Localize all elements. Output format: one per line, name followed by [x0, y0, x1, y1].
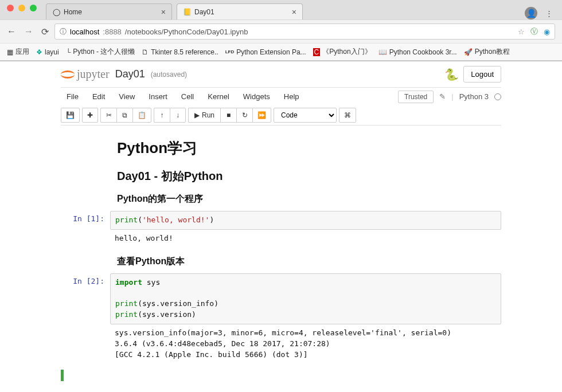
move-up-button[interactable]: ↑: [154, 108, 170, 123]
bookmark-label: Python Cookbook 3r...: [389, 48, 457, 56]
jupyter-header: jupyter Day01 (autosaved) 🐍 Logout: [61, 61, 501, 87]
run-button[interactable]: ▶Run: [188, 108, 220, 123]
bookmark-label: Tkinter 8.5 reference..: [151, 48, 218, 56]
minimize-window-icon[interactable]: [18, 5, 25, 11]
url-input[interactable]: ⓘ localhost:8888/notebooks/PythonCode/Da…: [54, 23, 555, 40]
code-token: print: [115, 299, 138, 308]
code-token: ): [209, 215, 214, 224]
markdown-h2[interactable]: Day01 - 初始Python: [117, 168, 494, 184]
apps-button[interactable]: ▦应用: [7, 47, 29, 57]
back-button[interactable]: ←: [7, 26, 16, 37]
reload-button[interactable]: ⟳: [41, 26, 49, 37]
menu-file[interactable]: File: [61, 90, 84, 103]
url-host: localhost: [70, 28, 99, 36]
close-tab-icon[interactable]: ×: [292, 7, 296, 17]
add-cell-button[interactable]: ✚: [82, 108, 98, 123]
code-input[interactable]: print('hello, world!'): [110, 211, 501, 230]
menu-help[interactable]: Help: [278, 90, 305, 103]
code-token: sys: [142, 278, 160, 287]
close-window-icon[interactable]: [7, 5, 14, 11]
logout-button[interactable]: Logout: [463, 66, 501, 83]
restart-run-all-button[interactable]: ⏩: [252, 108, 271, 123]
bookmark-label: layui: [45, 48, 59, 56]
code-token: (sys.version_info): [138, 299, 218, 308]
tab-label: Home: [64, 8, 82, 16]
cut-button[interactable]: ✂: [100, 108, 116, 123]
bookmark-label: Python Extension Pa...: [236, 48, 306, 56]
code-cell-2[interactable]: In [2]: import sys print(sys.version_inf…: [61, 273, 501, 364]
code-cell-1[interactable]: In [1]: print('hello, world!') hello, wo…: [61, 211, 501, 248]
star-icon[interactable]: ☆: [518, 28, 525, 36]
jupyter-logo[interactable]: jupyter: [61, 68, 110, 81]
menu-cell[interactable]: Cell: [175, 90, 200, 103]
bookmarks-bar: ▦应用 ❖layui └Python - 这个人很懒 🗋Tkinter 8.5 …: [0, 43, 562, 61]
code-input[interactable]: import sys print(sys.version_info) print…: [110, 273, 501, 324]
code-token: (: [138, 215, 142, 224]
celltype-select[interactable]: Code: [274, 108, 337, 123]
restart-button[interactable]: ↻: [236, 108, 252, 123]
extension-icon[interactable]: ◉: [544, 28, 550, 36]
url-port: :8888: [103, 28, 122, 36]
active-cell-indicator[interactable]: [61, 370, 501, 381]
trusted-button[interactable]: Trusted: [398, 91, 434, 103]
python-logo-icon: 🐍: [444, 68, 459, 81]
code-token: 'hello, world!': [142, 215, 209, 224]
menu-edit[interactable]: Edit: [87, 90, 111, 103]
kernel-indicator-icon: [494, 93, 501, 100]
markdown-h1[interactable]: Python学习: [117, 138, 494, 158]
bookmark-cookbook[interactable]: 📖Python Cookbook 3r...: [378, 48, 457, 56]
bookmark-label: Python教程: [475, 47, 510, 57]
browser-chrome: ◯ Home × 📒 Day01 × 👤 ⋮ ← → ⟳ ⓘ localhost…: [0, 0, 562, 61]
window-controls: [0, 0, 44, 11]
paste-button[interactable]: 📋: [132, 108, 151, 123]
forward-button[interactable]: →: [24, 26, 33, 37]
bookmark-python-blog[interactable]: └Python - 这个人很懒: [66, 47, 135, 57]
edit-icon[interactable]: ✎: [439, 92, 446, 101]
bookmark-lfd[interactable]: LFDPython Extension Pa...: [225, 48, 306, 56]
save-button[interactable]: 💾: [61, 108, 80, 123]
tab-label: Day01: [194, 8, 214, 16]
bookmark-python-tutorial[interactable]: 🚀Python教程: [464, 47, 510, 57]
bookmark-label: 应用: [15, 47, 29, 57]
menu-bar: File Edit View Insert Cell Kernel Widget…: [61, 88, 501, 105]
bookmark-label: 《Python入门》: [322, 47, 371, 57]
notebook-favicon-icon: 📒: [183, 8, 191, 16]
jupyter-favicon-icon: ◯: [52, 8, 60, 16]
move-down-button[interactable]: ↓: [170, 108, 186, 123]
play-icon: ▶: [194, 111, 200, 119]
evernote-icon[interactable]: Ⓥ: [530, 26, 538, 37]
input-prompt: In [1]:: [61, 211, 110, 248]
site-info-icon[interactable]: ⓘ: [60, 27, 67, 37]
tab-home[interactable]: ◯ Home ×: [46, 3, 172, 19]
stop-button[interactable]: ■: [220, 108, 236, 123]
autosave-status: (autosaved): [151, 70, 187, 79]
markdown-h3[interactable]: 查看Python版本: [117, 256, 494, 268]
copy-button[interactable]: ⧉: [116, 108, 132, 123]
code-token: import: [115, 278, 142, 287]
close-tab-icon[interactable]: ×: [161, 7, 166, 17]
cell-output: hello, world!: [110, 230, 501, 248]
profile-icon[interactable]: 👤: [525, 7, 537, 19]
markdown-h3[interactable]: Python的第一个程序: [117, 193, 494, 205]
bookmark-layui[interactable]: ❖layui: [36, 48, 59, 56]
url-path: /notebooks/PythonCode/Day01.ipynb: [125, 28, 248, 36]
chrome-menu-icon[interactable]: ⋮: [545, 9, 553, 18]
kernel-name[interactable]: Python 3: [459, 92, 489, 101]
menu-view[interactable]: View: [113, 90, 140, 103]
code-token: print: [115, 310, 138, 319]
input-prompt: In [2]:: [61, 273, 110, 364]
tab-day01[interactable]: 📒 Day01 ×: [177, 3, 303, 19]
run-label: Run: [202, 111, 214, 119]
menu-insert[interactable]: Insert: [143, 90, 173, 103]
command-palette-button[interactable]: ⌘: [339, 108, 356, 123]
browser-tabs: ◯ Home × 📒 Day01 × 👤 ⋮: [0, 0, 562, 19]
bookmark-tkinter[interactable]: 🗋Tkinter 8.5 reference..: [142, 48, 218, 56]
notebook-name[interactable]: Day01: [115, 68, 145, 80]
notebook-body: Python学习 Day01 - 初始Python Python的第一个程序 I…: [61, 126, 501, 390]
address-bar-row: ← → ⟳ ⓘ localhost:8888/notebooks/PythonC…: [0, 19, 562, 43]
bookmark-python-intro[interactable]: C《Python入门》: [313, 47, 372, 57]
maximize-window-icon[interactable]: [30, 5, 37, 11]
code-token: (sys.version): [138, 310, 196, 319]
menu-widgets[interactable]: Widgets: [237, 90, 276, 103]
menu-kernel[interactable]: Kernel: [202, 90, 235, 103]
